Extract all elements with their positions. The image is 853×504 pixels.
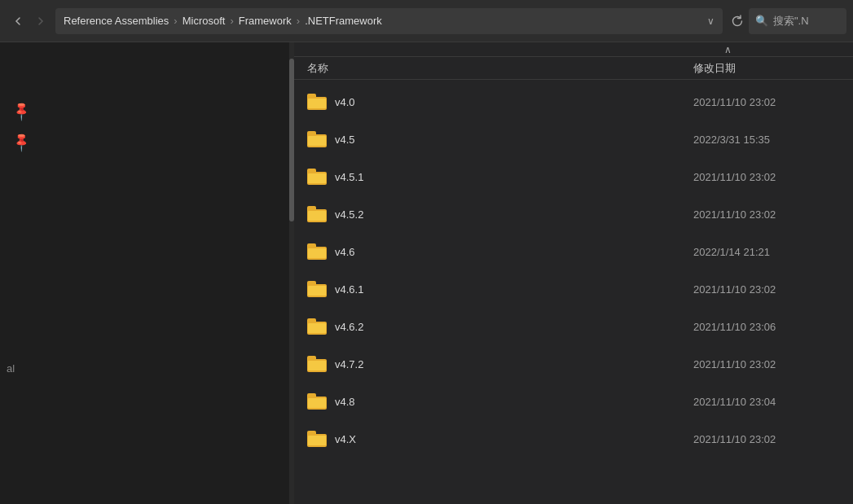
file-date: 2021/11/10 23:02 xyxy=(693,283,840,296)
folder-icon xyxy=(307,169,327,185)
table-row[interactable]: v4.5 2022/3/31 15:35 xyxy=(294,121,853,158)
file-name: v4.X xyxy=(335,433,685,445)
file-content: ∧ 名称 修改日期 v4.0 2021/11/10 23:02 v4.5 202… xyxy=(294,42,853,504)
titlebar: Reference Assemblies › Microsoft › Frame… xyxy=(0,0,853,42)
folder-icon xyxy=(307,393,327,410)
folder-icon xyxy=(307,243,327,260)
file-name: v4.5.2 xyxy=(335,208,685,221)
file-name: v4.7.2 xyxy=(335,358,685,370)
search-box[interactable]: 🔍 搜索".N xyxy=(749,8,846,34)
column-date-header[interactable]: 修改日期 xyxy=(693,61,840,76)
breadcrumb-netframework: .NETFramework xyxy=(305,15,382,27)
file-date: 2022/3/31 15:35 xyxy=(693,134,840,146)
dropdown-arrow[interactable]: ∨ xyxy=(707,15,714,27)
separator-2: › xyxy=(230,15,233,27)
file-date: 2021/11/10 23:06 xyxy=(693,321,840,333)
pin-icon-1[interactable]: 📌 xyxy=(10,99,33,122)
file-list: v4.0 2021/11/10 23:02 v4.5 2022/3/31 15:… xyxy=(294,80,853,504)
separator-3: › xyxy=(297,15,300,27)
file-date: 2021/11/10 23:04 xyxy=(693,396,840,408)
table-row[interactable]: v4.6 2022/1/14 21:21 xyxy=(294,233,853,270)
folder-icon xyxy=(307,318,327,335)
table-row[interactable]: v4.7.2 2021/11/10 23:02 xyxy=(294,345,853,383)
folder-icon xyxy=(307,206,327,222)
breadcrumb-microsoft: Microsoft xyxy=(182,15,226,27)
refresh-button[interactable] xyxy=(726,10,749,33)
search-icon: 🔍 xyxy=(755,15,768,27)
pin-icon-2[interactable]: 📌 xyxy=(10,130,33,153)
table-row[interactable]: v4.5.2 2021/11/10 23:02 xyxy=(294,195,853,233)
search-placeholder: 搜索".N xyxy=(773,14,809,28)
file-date: 2022/1/14 21:21 xyxy=(693,246,840,258)
separator-1: › xyxy=(174,15,177,27)
sidebar: 📌 📌 al xyxy=(0,42,289,504)
sidebar-label: al xyxy=(0,362,15,375)
file-name: v4.0 xyxy=(335,96,685,108)
file-date: 2021/11/10 23:02 xyxy=(693,171,840,183)
table-row[interactable]: v4.0 2021/11/10 23:02 xyxy=(294,83,853,121)
forward-button[interactable] xyxy=(29,10,52,33)
table-row[interactable]: v4.8 2021/11/10 23:04 xyxy=(294,383,853,420)
file-name: v4.6.1 xyxy=(335,283,685,296)
sort-arrow-icon: ∧ xyxy=(724,44,732,55)
folder-icon xyxy=(307,281,327,297)
pin-row-1: 📌 xyxy=(13,99,289,122)
file-date: 2021/11/10 23:02 xyxy=(693,208,840,221)
breadcrumb-reference: Reference Assemblies xyxy=(64,15,169,27)
file-name: v4.6.2 xyxy=(335,321,685,333)
table-row[interactable]: v4.X 2021/11/10 23:02 xyxy=(294,420,853,458)
file-name: v4.5.1 xyxy=(335,171,685,183)
breadcrumb-framework: Framework xyxy=(239,15,292,27)
pin-row-2: 📌 xyxy=(13,130,289,153)
file-date: 2021/11/10 23:02 xyxy=(693,433,840,445)
column-name-header[interactable]: 名称 xyxy=(307,61,693,76)
address-bar[interactable]: Reference Assemblies › Microsoft › Frame… xyxy=(55,8,723,34)
file-name: v4.5 xyxy=(335,134,685,146)
file-name: v4.8 xyxy=(335,396,685,408)
folder-icon xyxy=(307,431,327,447)
sort-indicator-row: ∧ xyxy=(294,42,853,57)
back-button[interactable] xyxy=(7,10,29,33)
table-row[interactable]: v4.6.2 2021/11/10 23:06 xyxy=(294,308,853,345)
file-name: v4.6 xyxy=(335,246,685,258)
file-date: 2021/11/10 23:02 xyxy=(693,96,840,108)
folder-icon xyxy=(307,94,327,110)
main-area: 📌 📌 al ∧ 名称 修改日期 v4.0 2021/11/10 23:02 xyxy=(0,42,853,504)
folder-icon xyxy=(307,131,327,147)
column-headers: 名称 修改日期 xyxy=(294,57,853,80)
folder-icon xyxy=(307,356,327,372)
file-date: 2021/11/10 23:02 xyxy=(693,358,840,370)
table-row[interactable]: v4.5.1 2021/11/10 23:02 xyxy=(294,158,853,195)
table-row[interactable]: v4.6.1 2021/11/10 23:02 xyxy=(294,270,853,308)
